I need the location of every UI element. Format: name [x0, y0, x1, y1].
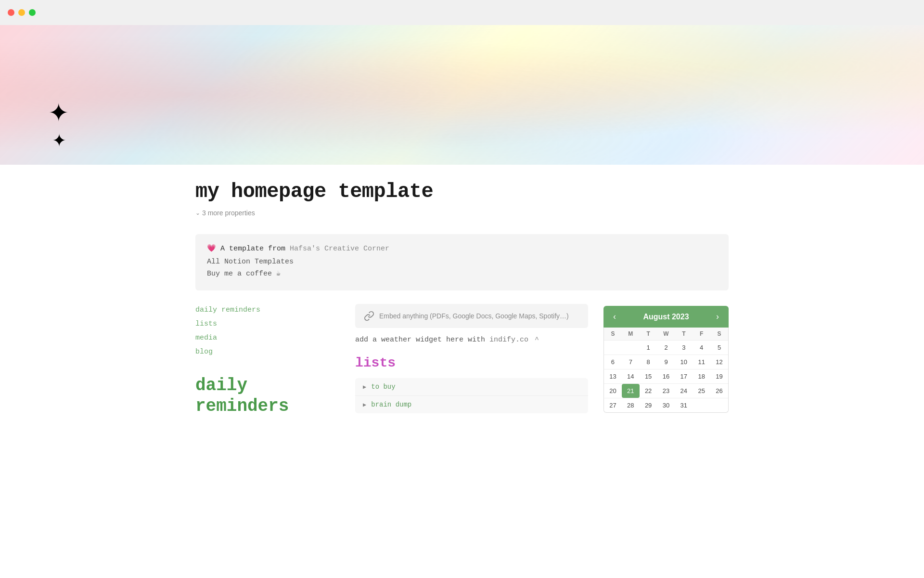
calendar-dow-label: F	[693, 328, 710, 340]
calendar-day[interactable]: 14	[622, 369, 640, 383]
buy-me-coffee-link[interactable]: Buy me a coffee ☕	[207, 269, 717, 278]
sidebar-nav: daily reminderslistsmediablog	[195, 306, 340, 356]
calendar-day[interactable]: 23	[657, 384, 675, 398]
calendar-grid: SMTWTFS 12345678910111213141516171819202…	[603, 328, 729, 413]
calendar-day[interactable]: 16	[657, 369, 675, 383]
calendar-day[interactable]: 20	[604, 384, 622, 398]
middle-content: Embed anything (PDFs, Google Docs, Googl…	[355, 304, 588, 417]
calendar-day[interactable]: 26	[710, 384, 728, 398]
title-section: my homepage template ⌄ 3 more properties	[195, 165, 729, 221]
calendar-week-row: 12345	[604, 340, 728, 355]
list-rows: ▶to buy▶brain dump	[355, 378, 588, 413]
calendar-day[interactable]: 5	[710, 341, 728, 355]
list-arrow-icon: ▶	[363, 383, 366, 391]
sidebar-item-blog[interactable]: blog	[195, 348, 340, 356]
calendar-day[interactable]: 19	[710, 369, 728, 383]
titlebar	[0, 0, 924, 25]
calendar-day	[693, 398, 710, 412]
calendar-dow-label: W	[657, 328, 675, 340]
calendar-day[interactable]: 11	[693, 355, 710, 369]
three-col-layout: daily reminderslistsmediablog daily remi…	[195, 304, 729, 417]
calendar-dow-row: SMTWTFS	[604, 328, 728, 340]
left-sidebar: daily reminderslistsmediablog daily remi…	[195, 304, 340, 417]
properties-toggle[interactable]: ⌄ 3 more properties	[195, 209, 729, 217]
right-calendar: ‹ August 2023 › SMTWTFS 1234567891011121…	[603, 304, 729, 417]
sidebar-item-media[interactable]: media	[195, 334, 340, 342]
calendar-day[interactable]: 24	[675, 384, 693, 398]
calendar-dow-label: T	[675, 328, 693, 340]
calendar-day[interactable]: 12	[710, 355, 728, 369]
embed-widget[interactable]: Embed anything (PDFs, Google Docs, Googl…	[355, 304, 588, 328]
calendar-dow-label: M	[622, 328, 640, 340]
info-block: 💗 A template from Hafsa's Creative Corne…	[195, 234, 729, 290]
page-content: my homepage template ⌄ 3 more properties…	[149, 165, 775, 417]
list-item-label: brain dump	[371, 401, 411, 408]
calendar-day[interactable]: 15	[640, 369, 657, 383]
calendar-week-row: 2728293031	[604, 398, 728, 412]
weather-text: add a weather widget here with	[355, 336, 485, 344]
properties-toggle-label: 3 more properties	[202, 209, 255, 217]
calendar-dow-label: S	[710, 328, 728, 340]
calendar-dow-label: S	[604, 328, 622, 340]
calendar-week-row: 20212223242526	[604, 383, 728, 398]
calendar-prev-button[interactable]: ‹	[610, 311, 619, 323]
sidebar-item-lists[interactable]: lists	[195, 320, 340, 328]
list-item[interactable]: ▶to buy	[355, 378, 588, 396]
info-site-name: Hafsa's Creative Corner	[290, 245, 389, 253]
calendar-day[interactable]: 31	[675, 398, 693, 412]
list-item-label: to buy	[371, 383, 395, 391]
weather-caret: ^	[535, 336, 539, 344]
calendar-day[interactable]: 30	[657, 398, 675, 412]
list-item[interactable]: ▶brain dump	[355, 396, 588, 413]
calendar-day[interactable]: 29	[640, 398, 657, 412]
weather-line: add a weather widget here with indify.co…	[355, 336, 588, 344]
weather-url[interactable]: indify.co	[489, 336, 528, 344]
calendar-day[interactable]: 10	[675, 355, 693, 369]
calendar-day[interactable]: 27	[604, 398, 622, 412]
calendar-title: August 2023	[643, 313, 689, 321]
calendar-today[interactable]: 21	[622, 384, 640, 398]
info-top-line: 💗 A template from Hafsa's Creative Corne…	[207, 244, 717, 253]
banner-image: ✦✦	[0, 25, 924, 165]
chevron-down-icon: ⌄	[195, 210, 200, 216]
calendar-day[interactable]: 28	[622, 398, 640, 412]
embed-placeholder-text: Embed anything (PDFs, Google Docs, Googl…	[379, 312, 569, 320]
sparkle-icon: ✦✦	[48, 100, 69, 150]
calendar-dow-label: T	[640, 328, 657, 340]
calendar-day	[710, 398, 728, 412]
calendar-day[interactable]: 17	[675, 369, 693, 383]
calendar-week-row: 6789101112	[604, 355, 728, 369]
all-notion-templates-link[interactable]: All Notion Templates	[207, 258, 717, 266]
calendar-day[interactable]: 2	[657, 341, 675, 355]
list-items-container: ▶to buy▶brain dump	[355, 378, 588, 413]
list-arrow-icon: ▶	[363, 401, 366, 408]
close-button[interactable]	[8, 9, 14, 16]
calendar-day[interactable]: 22	[640, 384, 657, 398]
calendar-day	[604, 341, 622, 355]
calendar-day	[622, 341, 640, 355]
heart-emoji: 💗	[207, 245, 220, 253]
sidebar-section-title: daily reminders	[195, 375, 340, 417]
calendar-day[interactable]: 1	[640, 341, 657, 355]
calendar-day[interactable]: 4	[693, 341, 710, 355]
sidebar-item-daily-reminders[interactable]: daily reminders	[195, 306, 340, 314]
calendar-day[interactable]: 25	[693, 384, 710, 398]
link-icon	[364, 311, 374, 321]
calendar-day[interactable]: 7	[622, 355, 640, 369]
minimize-button[interactable]	[18, 9, 25, 16]
calendar-day[interactable]: 3	[675, 341, 693, 355]
calendar-header: ‹ August 2023 ›	[603, 306, 729, 328]
calendar-day[interactable]: 18	[693, 369, 710, 383]
calendar-next-button[interactable]: ›	[713, 311, 722, 323]
calendar-day[interactable]: 13	[604, 369, 622, 383]
calendar-weeks: 1234567891011121314151617181920212223242…	[604, 340, 728, 412]
lists-section-title: lists	[355, 355, 588, 370]
maximize-button[interactable]	[29, 9, 36, 16]
info-label: A template from	[220, 245, 285, 253]
calendar-day[interactable]: 6	[604, 355, 622, 369]
calendar-week-row: 13141516171819	[604, 369, 728, 383]
page-title: my homepage template	[195, 180, 729, 203]
calendar-day[interactable]: 8	[640, 355, 657, 369]
calendar-day[interactable]: 9	[657, 355, 675, 369]
